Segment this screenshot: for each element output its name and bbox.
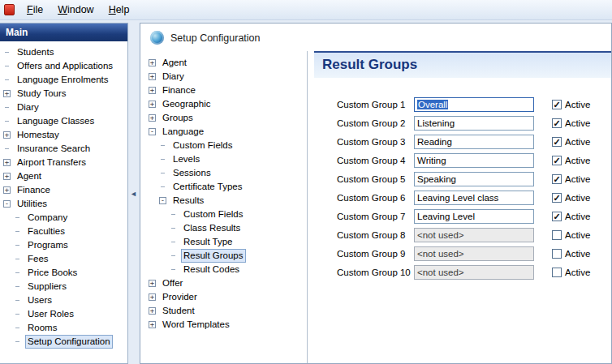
sidebar-item-fees[interactable]: Fees	[0, 252, 127, 266]
collapse-icon[interactable]: -	[159, 197, 166, 204]
tree-item-language[interactable]: -Language	[145, 125, 307, 139]
active-checkbox[interactable]	[552, 212, 562, 221]
tree-item-result-codes[interactable]: Result Codes	[145, 263, 307, 276]
active-checkbox[interactable]	[552, 137, 562, 147]
sidebar-item-company[interactable]: Company	[0, 211, 127, 225]
expand-icon[interactable]: +	[149, 73, 156, 80]
item-label: Utilities	[15, 198, 50, 210]
active-label: Active	[565, 174, 590, 184]
sidebar-item-insurance-search[interactable]: Insurance Search	[0, 142, 127, 156]
tree-item-class-results[interactable]: Class Results	[145, 221, 307, 235]
collapse-icon[interactable]: -	[149, 128, 156, 135]
active-label: Active	[565, 249, 590, 259]
result-groups-pane: Result Groups Custom Group 1 Overall Act…	[308, 51, 611, 363]
sidebar-item-agent[interactable]: +Agent	[0, 169, 127, 183]
custom-group-2-input[interactable]: Listening	[414, 116, 534, 131]
item-label: Study Tours	[15, 88, 69, 100]
sidebar-item-price-books[interactable]: Price Books	[0, 266, 127, 280]
tree-item-student[interactable]: +Student	[145, 304, 307, 318]
sidebar-item-user-roles[interactable]: User Roles	[0, 307, 127, 321]
expand-icon[interactable]: +	[149, 59, 156, 66]
sidebar-item-study-tours[interactable]: +Study Tours	[0, 87, 127, 101]
tree-item-result-groups[interactable]: Result Groups	[145, 249, 307, 263]
active-checkbox[interactable]	[552, 249, 562, 259]
custom-group-1-input[interactable]: Overall	[414, 97, 534, 112]
tree-item-diary[interactable]: +Diary	[145, 70, 307, 84]
custom-group-5-input[interactable]: Speaking	[414, 172, 534, 186]
expand-icon[interactable]: +	[149, 87, 156, 94]
expand-icon[interactable]: +	[149, 101, 156, 108]
sidebar-item-airport-transfers[interactable]: +Airport Transfers	[0, 156, 127, 169]
tree-item-results-custom-fields[interactable]: Custom Fields	[145, 208, 307, 221]
active-checkbox[interactable]	[552, 118, 562, 128]
active-checkbox[interactable]	[552, 174, 562, 184]
sidebar-item-language-enrolments[interactable]: Language Enrolments	[0, 73, 127, 87]
input-value: Leaving Level class	[417, 193, 498, 203]
active-checkbox[interactable]	[552, 193, 562, 203]
sidebar-item-utilities[interactable]: -Utilities	[0, 197, 127, 211]
sidebar-splitter[interactable]: ◄	[128, 23, 140, 364]
workspace: Main Students Offers and Applications La…	[0, 20, 612, 364]
custom-group-7-input[interactable]: Leaving Level	[414, 209, 534, 224]
active-checkbox[interactable]	[552, 156, 562, 165]
expand-icon[interactable]: +	[149, 321, 156, 328]
tree-item-results[interactable]: -Results	[145, 194, 307, 208]
expand-icon[interactable]: +	[149, 293, 156, 301]
sidebar-item-students[interactable]: Students	[0, 45, 127, 59]
expand-icon[interactable]: +	[3, 131, 11, 139]
tree-item-groups[interactable]: +Groups	[145, 111, 307, 125]
expand-icon[interactable]: +	[3, 159, 11, 166]
tree-item-sessions[interactable]: Sessions	[145, 166, 307, 180]
collapse-left-icon[interactable]: ◄	[130, 190, 137, 198]
sidebar-item-programs[interactable]: Programs	[0, 238, 127, 252]
custom-group-label: Custom Group 7	[337, 212, 414, 221]
sidebar-item-diary[interactable]: Diary	[0, 101, 127, 114]
sidebar-item-finance[interactable]: +Finance	[0, 183, 127, 197]
sidebar-item-users[interactable]: Users	[0, 293, 127, 307]
tree-item-result-type[interactable]: Result Type	[145, 235, 307, 249]
tree-item-geographic[interactable]: +Geographic	[145, 97, 307, 111]
custom-group-6-input[interactable]: Leaving Level class	[414, 191, 534, 205]
tree-item-provider[interactable]: +Provider	[145, 290, 307, 304]
menu-window[interactable]: Window	[50, 2, 101, 18]
sidebar-item-offers-and-applications[interactable]: Offers and Applications	[0, 59, 127, 73]
sidebar-item-homestay[interactable]: +Homestay	[0, 128, 127, 142]
active-checkbox[interactable]	[552, 268, 562, 277]
tree-item-certificate-types[interactable]: Certificate Types	[145, 180, 307, 194]
leaf-dash-icon	[170, 214, 177, 215]
menu-file[interactable]: File	[19, 2, 50, 18]
expand-icon[interactable]: +	[3, 90, 11, 97]
tree-item-finance[interactable]: +Finance	[145, 84, 307, 97]
item-label: Price Books	[25, 267, 80, 279]
active-checkbox[interactable]	[552, 230, 562, 240]
expand-icon[interactable]: +	[149, 280, 156, 287]
tree-item-agent[interactable]: +Agent	[145, 56, 307, 70]
tree-item-custom-fields[interactable]: Custom Fields	[145, 139, 307, 152]
custom-group-row-1: Custom Group 1 Overall Active	[337, 97, 611, 112]
sidebar-item-suppliers[interactable]: Suppliers	[0, 280, 127, 293]
tree-item-word-templates[interactable]: +Word Templates	[145, 318, 307, 332]
sidebar-item-rooms[interactable]: Rooms	[0, 321, 127, 335]
menu-help[interactable]: Help	[101, 2, 137, 18]
expand-icon[interactable]: +	[3, 173, 11, 180]
tree-item-levels[interactable]: Levels	[145, 152, 307, 166]
expand-icon[interactable]: +	[149, 114, 156, 122]
expand-icon[interactable]: +	[149, 307, 156, 315]
collapse-icon[interactable]: -	[3, 200, 11, 208]
active-checkbox[interactable]	[552, 100, 562, 109]
item-label: Offer	[160, 277, 185, 289]
item-label: Finance	[160, 84, 198, 96]
leaf-dash-icon	[159, 145, 166, 146]
sidebar-item-setup-configuration[interactable]: Setup Configuration	[0, 335, 127, 349]
custom-group-4-input[interactable]: Writing	[414, 153, 534, 168]
leaf-dash-icon	[14, 300, 21, 301]
item-label: Insurance Search	[15, 143, 93, 155]
sidebar-item-faculties[interactable]: Faculties	[0, 225, 127, 238]
leaf-dash-icon	[159, 173, 166, 173]
expand-icon[interactable]: +	[3, 186, 11, 194]
sidebar-item-language-classes[interactable]: Language Classes	[0, 114, 127, 128]
form-body: Custom Group 1 Overall Active Custom Gro…	[314, 78, 611, 284]
custom-group-3-input[interactable]: Reading	[414, 135, 534, 149]
form-title: Result Groups	[322, 57, 417, 72]
tree-item-offer[interactable]: +Offer	[145, 276, 307, 290]
